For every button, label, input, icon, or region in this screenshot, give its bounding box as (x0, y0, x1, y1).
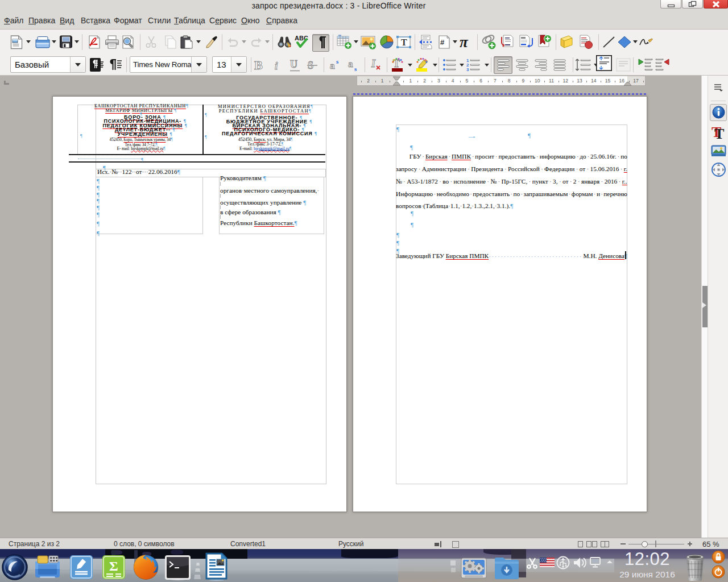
svg-text:i: i (275, 60, 278, 72)
svg-text:3: 3 (466, 67, 469, 72)
svg-text:a: a (330, 60, 335, 71)
svg-text:s: s (354, 65, 357, 72)
svg-text:T: T (401, 38, 407, 47)
svg-text:a: a (348, 59, 353, 69)
svg-text:B: B (254, 58, 263, 72)
svg-text:U: U (290, 59, 297, 70)
svg-text:s: s (336, 58, 339, 65)
svg-text:T: T (714, 126, 724, 140)
svg-text:#: # (440, 38, 445, 47)
svg-text:π: π (460, 35, 469, 49)
svg-text:I: I (371, 58, 376, 69)
svg-text:Σ: Σ (109, 559, 118, 573)
